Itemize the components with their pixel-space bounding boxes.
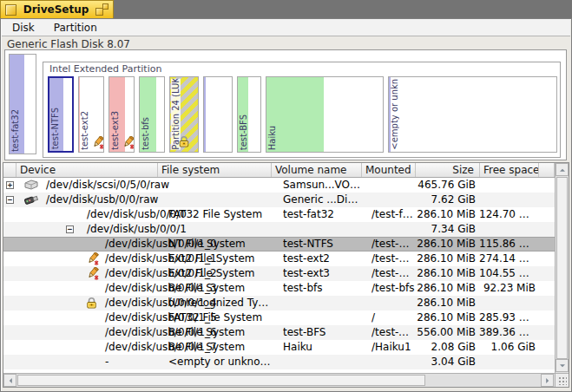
mounted-at-cell: /test-ext3: [371, 266, 415, 281]
column-header-size[interactable]: Size: [416, 163, 480, 177]
table-row[interactable]: /dev/disk/usb/0/0/0FAT32 File Systemtest…: [3, 207, 555, 222]
file-system-cell: <empty or unknown>: [168, 355, 271, 369]
table-row[interactable]: −/dev/disk/usb/0/0/17.34 GiB: [3, 222, 555, 237]
table-row[interactable]: /dev/disk/usb/0/0/1_0NT File Systemtest-…: [3, 237, 555, 252]
mounted-at-cell: /test-BFS: [371, 325, 415, 340]
partition-label: Haiku: [267, 126, 277, 150]
size-cell: 286.10 MiB: [411, 296, 476, 310]
mounted-at-cell: /Haiku1: [371, 340, 415, 355]
partition-box[interactable]: test-bfs: [139, 76, 165, 153]
table-row[interactable]: /dev/disk/usb/0/0/1_6Be File Systemtest-…: [3, 325, 555, 340]
file-system-cell: Ext2 File System: [168, 252, 271, 266]
partition-box[interactable]: Haiku: [266, 76, 384, 153]
device-path: /dev/disk/usb/0/0/raw: [46, 193, 158, 207]
collapse-icon[interactable]: −: [66, 225, 74, 233]
grip-dots-icon: [558, 376, 567, 385]
volume-name-cell: Haiku: [283, 340, 361, 355]
file-system-cell: NT File System: [168, 237, 271, 252]
size-cell: 286.10 MiB: [411, 237, 476, 252]
partition-label: test-ext3: [110, 111, 120, 150]
table-row[interactable]: −/dev/disk/usb/0/0/rawGeneric ...Disk 8.…: [3, 193, 555, 207]
file-system-cell: FAT32 File System: [168, 310, 271, 325]
close-button[interactable]: [5, 4, 16, 16]
size-cell: 7.62 GiB: [411, 193, 476, 207]
horizontal-scroll-thumb[interactable]: [17, 375, 425, 386]
mounted-at-cell: /test-ext2: [371, 252, 415, 266]
scroll-left-button[interactable]: [3, 374, 16, 387]
partition-label: test-bfs: [141, 117, 150, 150]
vertical-scroll-thumb[interactable]: [556, 177, 568, 359]
column-header-spacer[interactable]: [539, 163, 555, 177]
table-row[interactable]: +/dev/disk/scsi/0/5/0/rawSamsun...VO 500…: [3, 178, 555, 193]
window-title-tab[interactable]: DriveSetup: [0, 0, 114, 18]
pencil-icon: [91, 136, 104, 153]
column-header-spacer[interactable]: [3, 163, 16, 177]
scroll-down-button[interactable]: [556, 359, 569, 372]
partition-box[interactable]: test-BFS: [237, 76, 261, 153]
free-space-cell: 92.23 MiB: [479, 281, 536, 296]
partition-box[interactable]: test-ext2: [78, 76, 104, 153]
pencil-icon: [122, 136, 135, 153]
mounted-at-cell: /test-fat32: [371, 207, 415, 222]
size-cell: 7.34 GiB: [411, 222, 476, 237]
partition-box[interactable]: test-fat32: [9, 54, 36, 154]
column-header-free-space[interactable]: Free space: [480, 163, 539, 177]
file-system-cell: FAT32 File System: [168, 207, 271, 222]
extended-partition-label: Intel Extended Partition: [49, 63, 161, 75]
partition-label: test-ext2: [80, 111, 89, 150]
resize-grip[interactable]: [555, 373, 569, 387]
table-row[interactable]: /dev/disk/usb/0/0/1_4(Unrecognized Type …: [3, 296, 555, 310]
volume-name-cell: test-ext3: [283, 266, 361, 281]
partition-box[interactable]: test-NTFS: [48, 76, 74, 153]
partition-box[interactable]: [203, 76, 233, 153]
partition-label: <empty or unknown>: [390, 79, 399, 150]
arrow-right-icon: [546, 378, 551, 383]
file-system-cell: Be File System: [168, 340, 271, 355]
volume-name-cell: Samsun...VO 500G: [283, 178, 361, 193]
free-space-cell: 1.06 GiB: [479, 340, 536, 355]
partition-box[interactable]: Partition 24 (LUKS enc…: [169, 76, 199, 153]
scroll-up-button[interactable]: [556, 163, 569, 176]
free-space-cell: 285.93 MiB: [479, 310, 536, 325]
table-row[interactable]: /dev/disk/usb/0/0/1_7Be File SystemHaiku…: [3, 340, 555, 355]
horizontal-scrollbar[interactable]: [3, 373, 555, 387]
volume-name-cell: test-fat32: [283, 207, 361, 222]
expand-icon[interactable]: +: [6, 181, 14, 189]
table-row[interactable]: /dev/disk/usb/0/0/1_2Ext2 File Systemtes…: [3, 266, 555, 281]
column-header-file-system[interactable]: File system: [158, 163, 272, 177]
column-header-volume-name[interactable]: Volume name: [272, 163, 362, 177]
partition-label: test-NTFS: [50, 108, 60, 149]
free-space-cell: 115.86 MiB: [479, 237, 536, 252]
partition-label: test-fat32: [10, 109, 20, 152]
mounted-at-cell: /: [371, 310, 415, 325]
partition-box[interactable]: test-ext3: [108, 76, 135, 153]
column-header-mounted-at[interactable]: Mounted at: [362, 163, 416, 177]
collapse-icon[interactable]: −: [6, 196, 14, 204]
partition-box[interactable]: <empty or unknown>: [388, 76, 557, 153]
free-space-cell: 104.55 MiB: [479, 266, 536, 281]
drivesetup-window: DriveSetup DiskPartition Generic Flash D…: [0, 0, 572, 392]
arrow-down-icon: [560, 364, 565, 369]
table-row[interactable]: -<empty or unknown>3.04 GiB: [3, 355, 555, 369]
partition-label: test-BFS: [239, 114, 248, 150]
column-header-device[interactable]: Device: [16, 163, 158, 177]
zoom-icon-small: [102, 3, 108, 10]
scroll-right-button[interactable]: [541, 374, 554, 387]
free-space-cell: 389.36 MiB: [479, 325, 536, 340]
size-cell: 556.00 MiB: [411, 325, 476, 340]
free-space-cell: 274.14 MiB: [479, 252, 536, 266]
table-row[interactable]: /dev/disk/usb/0/0/1_1Ext2 File Systemtes…: [3, 252, 555, 266]
vertical-scrollbar[interactable]: [555, 163, 569, 373]
menu-disk[interactable]: Disk: [12, 22, 35, 34]
extended-partition-group[interactable]: Intel Extended Partitiontest-NTFStest-ex…: [43, 62, 561, 158]
volume-name-cell: Generic ...Disk 8.07: [283, 193, 361, 207]
size-cell: 286.10 MiB: [411, 266, 476, 281]
table-header: DeviceFile systemVolume nameMounted atSi…: [3, 163, 555, 178]
zoom-button[interactable]: [95, 3, 108, 16]
file-system-cell: Be File System: [168, 325, 271, 340]
table-row[interactable]: /dev/disk/usb/0/0/1_5FAT32 File System/2…: [3, 310, 555, 325]
menu-partition[interactable]: Partition: [54, 22, 97, 34]
table-row[interactable]: /dev/disk/usb/0/0/1_3Be File Systemtest-…: [3, 281, 555, 296]
partition-used-fill: [204, 77, 206, 152]
arrow-up-icon: [560, 166, 565, 171]
